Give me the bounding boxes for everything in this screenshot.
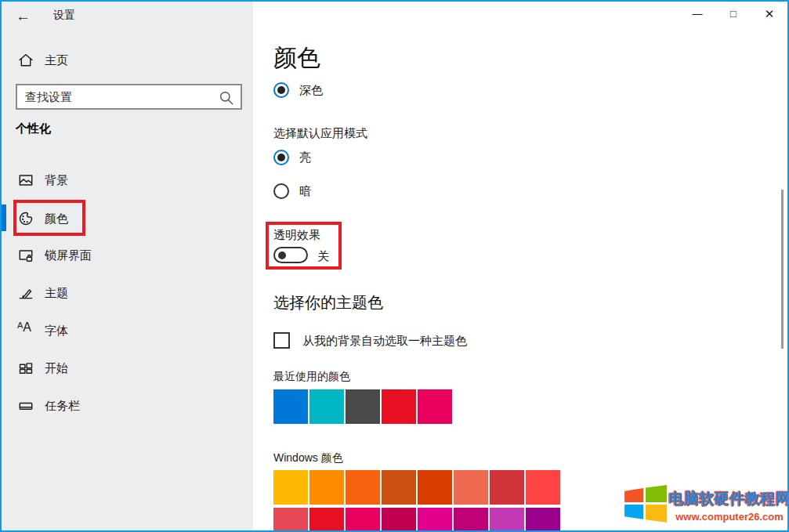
transparency-state: 关 xyxy=(317,249,329,264)
color-swatch[interactable] xyxy=(490,470,524,505)
color-swatch[interactable] xyxy=(526,508,560,532)
recent-colors-label: 最近使用的颜色 xyxy=(273,370,350,384)
sidebar-item-label: 锁屏界面 xyxy=(45,241,92,270)
radio-label: 深色 xyxy=(299,83,323,98)
sidebar-item-lockscreen[interactable]: 锁屏界面 xyxy=(2,241,253,270)
radio-icon[interactable] xyxy=(273,183,289,199)
settings-window: ← 设置 主页 个性化 背景 xyxy=(0,0,789,532)
app-mode-heading: 选择默认应用模式 xyxy=(273,126,367,141)
sidebar-item-label: 开始 xyxy=(45,354,68,382)
search-box xyxy=(16,84,242,110)
accent-color-heading: 选择你的主题色 xyxy=(273,292,383,313)
app-title: 设置 xyxy=(53,9,75,23)
palette-icon xyxy=(17,210,34,227)
minimize-button[interactable]: — xyxy=(679,2,715,26)
sidebar-item-label: 背景 xyxy=(45,166,68,194)
watermark-text: 电脑软硬件教程网 www.computer26.com xyxy=(668,489,789,523)
color-swatch[interactable] xyxy=(454,470,488,505)
close-button[interactable]: ✕ xyxy=(751,2,787,26)
transparency-toggle[interactable] xyxy=(273,247,308,263)
page-title: 颜色 xyxy=(273,42,320,74)
main-content: — □ ✕ 颜色 深色 选择默认应用模式 亮 暗 透明效果 关 选择你的主题色 … xyxy=(253,2,787,530)
color-swatch[interactable] xyxy=(526,470,560,505)
windows-colors-row-2 xyxy=(273,508,560,532)
color-swatch[interactable] xyxy=(309,389,344,424)
taskbar-icon xyxy=(17,397,34,414)
sidebar-item-label: 颜色 xyxy=(45,204,68,233)
radio-label: 亮 xyxy=(299,150,311,165)
sidebar-item-label: 任务栏 xyxy=(45,392,80,420)
color-swatch[interactable] xyxy=(382,470,416,505)
maximize-button[interactable]: □ xyxy=(715,2,751,26)
checkbox-icon[interactable] xyxy=(273,332,290,349)
sidebar-item-fonts[interactable]: AA 字体 xyxy=(2,317,253,345)
color-swatch[interactable] xyxy=(273,389,308,424)
start-icon xyxy=(17,360,34,377)
color-swatch[interactable] xyxy=(382,389,416,424)
color-swatch[interactable] xyxy=(309,470,344,505)
watermark-site-name: 电脑软硬件教程网 xyxy=(668,489,789,509)
fonts-icon: AA xyxy=(17,320,34,338)
sidebar-item-colors[interactable]: 颜色 xyxy=(2,204,253,233)
watermark-url: www.computer26.com xyxy=(668,511,789,523)
windows-flag-logo-icon xyxy=(620,484,668,527)
vertical-scrollbar[interactable] xyxy=(781,190,784,349)
search-input[interactable] xyxy=(17,85,241,108)
color-swatch[interactable] xyxy=(309,508,344,532)
themes-icon xyxy=(17,284,34,302)
sidebar-item-themes[interactable]: 主题 xyxy=(2,279,253,307)
checkbox-label: 从我的背景自动选取一种主题色 xyxy=(302,334,467,349)
color-swatch[interactable] xyxy=(273,470,308,505)
sidebar-item-start[interactable]: 开始 xyxy=(2,354,253,382)
home-icon xyxy=(17,52,34,69)
color-swatch[interactable] xyxy=(382,508,416,532)
windows-colors-label: Windows 颜色 xyxy=(273,451,343,465)
sidebar-item-label: 字体 xyxy=(45,317,68,345)
color-swatch[interactable] xyxy=(418,508,452,532)
recent-colors-row xyxy=(273,389,452,424)
color-swatch[interactable] xyxy=(273,508,308,532)
maximize-icon: □ xyxy=(730,8,737,20)
color-swatch[interactable] xyxy=(418,389,452,424)
radio-label: 暗 xyxy=(299,184,311,199)
sidebar-item-label: 主题 xyxy=(45,279,68,307)
radio-icon[interactable] xyxy=(273,82,289,98)
minimize-icon: — xyxy=(693,8,703,20)
lockscreen-icon xyxy=(17,247,34,264)
sidebar-item-home[interactable]: 主页 xyxy=(2,46,253,74)
window-controls: — □ ✕ xyxy=(679,2,787,26)
transparency-label: 透明效果 xyxy=(273,228,320,243)
titlebar-left: ← 设置 xyxy=(2,2,253,33)
close-icon: ✕ xyxy=(765,7,775,21)
radio-icon[interactable] xyxy=(273,150,289,165)
color-swatch[interactable] xyxy=(346,470,380,505)
sidebar-item-background[interactable]: 背景 xyxy=(2,166,253,194)
toggle-knob-icon xyxy=(278,252,286,259)
search-icon[interactable] xyxy=(217,89,236,110)
color-swatch[interactable] xyxy=(418,470,452,505)
color-swatch[interactable] xyxy=(490,508,524,532)
color-swatch[interactable] xyxy=(346,389,380,424)
sidebar-item-label: 主页 xyxy=(45,46,68,74)
windows-colors-row-1 xyxy=(273,470,560,505)
section-header: 个性化 xyxy=(16,121,51,136)
watermark: 电脑软硬件教程网 www.computer26.com xyxy=(620,483,786,528)
sidebar: ← 设置 主页 个性化 背景 xyxy=(2,2,253,530)
image-icon xyxy=(17,172,34,189)
color-swatch[interactable] xyxy=(346,508,380,532)
sidebar-item-taskbar[interactable]: 任务栏 xyxy=(2,392,253,420)
color-swatch[interactable] xyxy=(454,508,488,532)
back-arrow-icon[interactable]: ← xyxy=(16,6,31,27)
